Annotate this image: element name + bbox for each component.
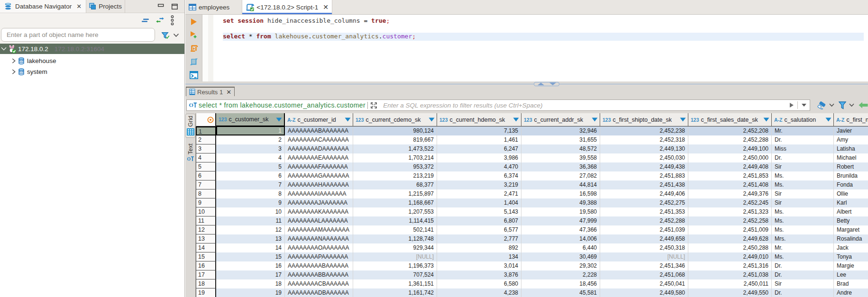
sql-code-area[interactable]: set session hide_inaccessible_columns = … [213, 15, 868, 81]
cell-c_customer_sk[interactable]: 11 [216, 216, 285, 225]
cell-c_first_shipto_date_sk[interactable]: 2,452,288 [600, 216, 688, 225]
code-line[interactable] [223, 25, 868, 33]
execute-script-icon[interactable] [190, 44, 198, 53]
cell-c_first_shipto_date_sk[interactable]: 2,451,039 [600, 225, 688, 234]
link-with-editor-icon[interactable] [156, 17, 164, 24]
view-menu-icon[interactable] [171, 15, 174, 26]
column-header-c_current_addr_sk[interactable]: 123c_current_addr_sk [521, 113, 600, 126]
cell-c_current_hdemo_sk[interactable]: 3,014 [437, 261, 521, 270]
cell-c_first_shipto_date_sk[interactable]: [NULL] [600, 252, 688, 261]
row-header[interactable]: 11 [196, 216, 216, 225]
tab-script-1[interactable]: <172.18.0.2> Script-1 ✕ [242, 0, 332, 14]
cell-c_first_sales_date_sk[interactable]: 2,449,408 [688, 162, 772, 171]
tree-item-lakehouse[interactable]: lakehouse [0, 55, 184, 66]
cell-c_first_name[interactable]: Rosalinda [834, 234, 868, 243]
cell-c_customer_id[interactable]: AAAAAAAAJAAAAAAA [285, 198, 353, 207]
cell-c_first_shipto_date_sk[interactable]: 2,451,068 [600, 270, 688, 279]
cell-c_salutation[interactable]: Dr. [772, 288, 834, 297]
cell-c_current_addr_sk[interactable]: 30,469 [521, 252, 600, 261]
object-search-input[interactable]: Enter a part of object name here [1, 28, 155, 42]
cell-c_current_cdemo_sk[interactable]: 953,372 [353, 162, 437, 171]
cell-c_first_shipto_date_sk[interactable]: 2,450,030 [600, 153, 688, 162]
cell-c_customer_sk[interactable]: 15 [216, 252, 285, 261]
cell-c_current_hdemo_sk[interactable]: 4,470 [437, 162, 521, 171]
cell-c_current_cdemo_sk[interactable]: 1,361,151 [353, 279, 437, 288]
row-header[interactable]: 10 [196, 207, 216, 216]
cell-c_current_addr_sk[interactable]: 6,440 [521, 243, 600, 252]
cell-c_customer_id[interactable]: AAAAAAAAMAAAAAAA [285, 225, 353, 234]
row-header[interactable]: 9 [196, 198, 216, 207]
close-icon[interactable]: ✕ [76, 3, 82, 10]
tab-text-presentation[interactable]: Text [185, 142, 195, 164]
cell-c_customer_sk[interactable]: 18 [216, 279, 285, 288]
sash-collapse-control[interactable] [534, 82, 559, 86]
tab-results-1[interactable]: Results 1 ✕ [186, 87, 235, 96]
cell-c_current_cdemo_sk[interactable]: 929,344 [353, 243, 437, 252]
row-header[interactable]: 14 [196, 243, 216, 252]
cell-c_current_cdemo_sk[interactable]: 68,377 [353, 180, 437, 189]
cell-c_salutation[interactable]: Mr. [772, 243, 834, 252]
cell-c_salutation[interactable]: Ms. [772, 171, 834, 180]
cell-c_current_hdemo_sk[interactable]: 6,577 [437, 225, 521, 234]
cell-c_first_sales_date_sk[interactable]: 2,450,000 [688, 153, 772, 162]
row-header[interactable]: 2 [196, 135, 216, 144]
cell-c_current_hdemo_sk[interactable]: 6,374 [437, 171, 521, 180]
chevron-collapsed-icon[interactable] [10, 58, 18, 63]
cell-c_salutation[interactable]: Sir [772, 279, 834, 288]
cell-c_customer_sk[interactable]: 3 [216, 144, 285, 153]
cell-c_first_shipto_date_sk[interactable]: 2,451,438 [600, 180, 688, 189]
cell-c_first_shipto_date_sk[interactable]: 2,452,275 [600, 198, 688, 207]
cell-c_first_name[interactable]: Robert [834, 162, 868, 171]
cell-c_salutation[interactable]: Sir [772, 198, 834, 207]
cell-c_current_cdemo_sk[interactable]: 707,524 [353, 270, 437, 279]
cell-c_first_shipto_date_sk[interactable]: 2,452,318 [600, 135, 688, 144]
cell-c_current_cdemo_sk[interactable]: [NULL] [353, 252, 437, 261]
tab-employees[interactable]: employees [185, 0, 242, 14]
cell-c_first_name[interactable]: Latisha [834, 144, 868, 153]
cell-c_current_hdemo_sk[interactable]: 5,143 [437, 207, 521, 216]
cell-c_customer_sk[interactable]: 5 [216, 162, 285, 171]
tab-projects[interactable]: Projects [86, 0, 125, 13]
cell-c_customer_sk[interactable]: 17 [216, 270, 285, 279]
cell-c_salutation[interactable]: Dr. [772, 270, 834, 279]
row-header[interactable]: 8 [196, 189, 216, 198]
filter-history-icon[interactable] [801, 103, 807, 107]
cell-c_current_hdemo_sk[interactable]: 3,876 [437, 270, 521, 279]
column-filter-arrow-icon[interactable] [763, 117, 769, 122]
cell-c_current_cdemo_sk[interactable]: 1,168,667 [353, 198, 437, 207]
cell-c_first_sales_date_sk[interactable]: 2,451,009 [688, 225, 772, 234]
row-header[interactable]: 4 [196, 153, 216, 162]
cell-c_current_cdemo_sk[interactable]: 502,141 [353, 225, 437, 234]
cell-c_current_cdemo_sk[interactable]: 1,114,415 [353, 216, 437, 225]
cell-c_current_cdemo_sk[interactable]: 1,703,214 [353, 153, 437, 162]
apply-filter-icon[interactable] [789, 102, 794, 108]
cell-c_customer_id[interactable]: AAAAAAAACAAAAAAA [285, 135, 353, 144]
tree-item-connection[interactable]: 172.18.0.2 172.18.0.2:31604 [0, 44, 184, 54]
cell-c_first_shipto_date_sk[interactable]: 2,449,438 [600, 162, 688, 171]
cell-c_current_addr_sk[interactable]: 32,946 [521, 126, 600, 135]
cell-c_current_hdemo_sk[interactable]: 6,247 [437, 144, 521, 153]
cell-c_current_addr_sk[interactable]: 29,302 [521, 261, 600, 270]
cell-c_customer_id[interactable]: AAAAAAAANAAAAAAA [285, 234, 353, 243]
cell-c_current_addr_sk[interactable]: 39,558 [521, 153, 600, 162]
row-header[interactable]: 13 [196, 234, 216, 243]
sash-down-icon[interactable] [549, 82, 557, 86]
editor-results-sash[interactable] [185, 81, 868, 87]
cell-c_first_name[interactable]: Fonda [834, 180, 868, 189]
cell-c_customer_sk[interactable]: 4 [216, 153, 285, 162]
cell-c_customer_sk[interactable]: 2 [216, 135, 285, 144]
cell-c_salutation[interactable]: Miss [772, 144, 834, 153]
column-header-c_salutation[interactable]: A-Zc_salutation [772, 113, 834, 126]
back-icon[interactable] [859, 102, 868, 108]
row-header[interactable]: 17 [196, 270, 216, 279]
collapse-all-icon[interactable] [141, 18, 149, 23]
row-header[interactable]: 12 [196, 225, 216, 234]
results-filter-input[interactable]: select * from lakehouse.customer_analyti… [186, 99, 810, 111]
column-filter-arrow-icon[interactable] [592, 117, 598, 122]
code-line[interactable]: select * from lakehouse.customer_analyti… [223, 33, 864, 41]
cell-c_current_addr_sk[interactable]: 31,655 [521, 135, 600, 144]
cell-c_first_shipto_date_sk[interactable]: 2,451,346 [600, 261, 688, 270]
column-filter-arrow-icon[interactable] [825, 117, 831, 122]
cell-c_first_shipto_date_sk[interactable]: 2,450,318 [600, 243, 688, 252]
cell-c_first_name[interactable]: Amy [834, 135, 868, 144]
